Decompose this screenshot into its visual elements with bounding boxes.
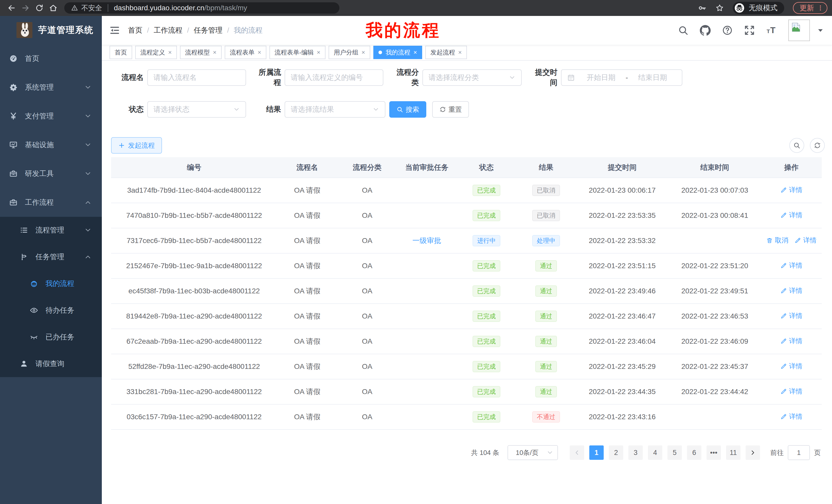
sidebar-item-基础设施[interactable]: 基础设施 <box>0 131 102 159</box>
avatar-caret-icon[interactable] <box>816 26 824 34</box>
详情-action-link[interactable]: 详情 <box>780 311 802 320</box>
current-task-link[interactable]: 一级审批 <box>412 236 441 245</box>
page-button-1[interactable]: 1 <box>589 445 604 460</box>
next-page-button[interactable] <box>746 445 760 460</box>
github-icon[interactable] <box>700 25 711 36</box>
tab-发起流程[interactable]: 发起流程× <box>425 46 467 59</box>
详情-action-link[interactable]: 详情 <box>780 412 802 421</box>
详情-action-link[interactable]: 详情 <box>780 337 802 345</box>
tab-流程表单[interactable]: 流程表单× <box>225 46 266 59</box>
address-bar[interactable]: 不安全 dashboard.yudao.iocoder.cn/bpm/task/… <box>64 2 339 13</box>
tab-用户分组[interactable]: 用户分组× <box>329 46 370 59</box>
time-range-picker[interactable]: - <box>561 69 682 86</box>
status-filter-select[interactable] <box>147 101 246 118</box>
result-filter-select[interactable] <box>285 101 385 118</box>
definition-filter-input[interactable] <box>291 74 377 82</box>
prev-page-button[interactable] <box>570 445 584 460</box>
search-button[interactable]: 搜索 <box>389 101 426 118</box>
tab-流程定义[interactable]: 流程定义× <box>135 46 177 59</box>
page-button-3[interactable]: 3 <box>628 445 643 460</box>
详情-action-link[interactable]: 详情 <box>795 236 816 245</box>
sidebar-item-流程管理[interactable]: 流程管理 <box>0 217 102 244</box>
tab-close-icon[interactable]: × <box>458 49 462 56</box>
sidebar-item-首页[interactable]: 首页 <box>0 44 102 73</box>
help-icon[interactable] <box>722 25 733 36</box>
tab-我的流程[interactable]: 我的流程× <box>373 46 422 59</box>
fullscreen-icon[interactable] <box>744 25 755 36</box>
page-button-6[interactable]: 6 <box>687 445 701 460</box>
sidebar-item-已办任务[interactable]: 已办任务 <box>0 324 102 351</box>
key-icon[interactable] <box>698 4 706 12</box>
tab-close-icon[interactable]: × <box>317 49 320 56</box>
avatar[interactable] <box>788 20 810 41</box>
详情-action-link[interactable]: 详情 <box>780 186 802 194</box>
result-filter-input[interactable] <box>291 105 370 114</box>
详情-action-link[interactable]: 详情 <box>780 387 802 396</box>
取消-action-link[interactable]: 取消 <box>766 236 788 245</box>
browser-forward-button[interactable] <box>19 1 32 15</box>
page-button-2[interactable]: 2 <box>609 445 623 460</box>
end-time-cell: 2022-01-22 23:44:42 <box>669 379 761 404</box>
process-table: 编号流程名流程分类当前审批任务状态结果提交时间结束时间操作 3ad174fb-7… <box>111 157 822 430</box>
sidebar-item-系统管理[interactable]: 系统管理 <box>0 73 102 102</box>
详情-action-link[interactable]: 详情 <box>780 362 802 371</box>
tab-close-icon[interactable]: × <box>362 49 365 56</box>
app-logo[interactable]: 芋道管理系统 <box>0 16 102 44</box>
name-filter-input[interactable] <box>154 74 240 82</box>
详情-action-link[interactable]: 详情 <box>780 211 802 220</box>
tab-close-icon[interactable]: × <box>213 49 216 56</box>
sidebar-item-请假查询[interactable]: 请假查询 <box>0 351 102 377</box>
page-button-4[interactable]: 4 <box>648 445 662 460</box>
详情-action-link[interactable]: 详情 <box>780 286 802 295</box>
sidebar-item-支付管理[interactable]: 支付管理 <box>0 102 102 131</box>
browser-back-button[interactable] <box>5 1 19 15</box>
sidebar-item-工作流程[interactable]: 工作流程 <box>0 188 102 217</box>
status-badge: 已完成 <box>473 411 500 423</box>
bookmark-star-icon[interactable] <box>715 4 724 12</box>
page-size-value: 10条/页 <box>516 448 538 457</box>
category-filter-select[interactable] <box>422 69 522 86</box>
page-size-select[interactable]: 10条/页 <box>508 445 558 460</box>
gear-icon <box>9 83 18 91</box>
tab-close-icon[interactable]: × <box>258 49 261 56</box>
sidebar-item-待办任务[interactable]: 待办任务 <box>0 297 102 324</box>
page-button-11[interactable]: 11 <box>726 445 740 460</box>
status-filter-input[interactable] <box>154 105 231 114</box>
reset-button[interactable]: 重置 <box>432 101 469 118</box>
table-row: 7317cec6-7b9b-11ec-b5b7-acde48001122OA 请… <box>111 228 822 253</box>
breadcrumb-item[interactable]: 工作流程 <box>154 25 183 35</box>
font-size-icon[interactable]: TT <box>766 25 777 36</box>
tab-流程模型[interactable]: 流程模型× <box>180 46 222 59</box>
browser-update-button[interactable]: 更新 <box>793 2 827 14</box>
tab-首页[interactable]: 首页 <box>109 46 132 59</box>
create-process-button[interactable]: 发起流程 <box>111 137 162 153</box>
eye-icon <box>30 306 38 314</box>
start-date-input[interactable] <box>577 74 625 82</box>
sidebar-item-我的流程[interactable]: 我的流程 <box>0 270 102 297</box>
page-button-5[interactable]: 5 <box>668 445 682 460</box>
sidebar-item-任务管理[interactable]: 任务管理 <box>0 244 102 270</box>
tab-close-icon[interactable]: × <box>168 49 172 56</box>
result-cell: 通过 <box>516 278 576 304</box>
sidebar-collapse-icon[interactable] <box>109 25 120 35</box>
category-filter-input[interactable] <box>428 74 507 82</box>
breadcrumb-item[interactable]: 任务管理 <box>194 25 223 35</box>
browser-reload-button[interactable] <box>32 1 46 15</box>
tab-流程表单-编辑[interactable]: 流程表单-编辑× <box>269 46 326 59</box>
breadcrumb-item[interactable]: 首页 <box>128 25 142 35</box>
end-date-input[interactable] <box>629 74 676 82</box>
sidebar-item-研发工具[interactable]: 研发工具 <box>0 159 102 188</box>
browser-menu-icon[interactable] <box>817 5 824 11</box>
tab-close-icon[interactable]: × <box>413 49 417 56</box>
breadcrumb-item: 我的流程 <box>234 25 262 35</box>
refresh-table-button[interactable] <box>810 138 825 153</box>
详情-action-link[interactable]: 详情 <box>780 261 802 270</box>
header-search-icon[interactable] <box>678 25 688 36</box>
goto-page: 前往 页 <box>770 445 821 460</box>
pager-ellipsis[interactable]: ••• <box>706 445 721 460</box>
browser-home-button[interactable] <box>46 1 60 15</box>
goto-page-input[interactable] <box>788 445 810 460</box>
show-search-toggle-button[interactable] <box>789 138 804 153</box>
chevron-up-icon <box>84 253 92 260</box>
actions-cell: 详情 <box>761 329 822 354</box>
